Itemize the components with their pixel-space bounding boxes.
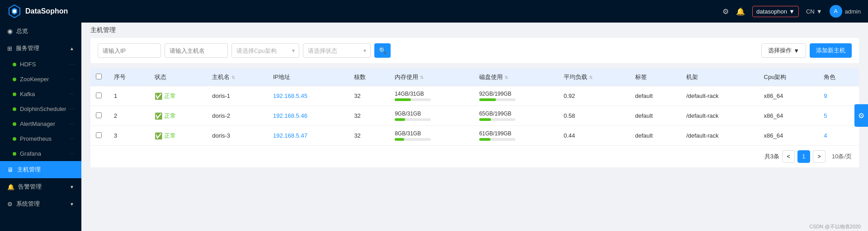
cell-seq: 1 — [108, 86, 149, 106]
prometheus-more-icon[interactable]: ⋯ — [70, 136, 74, 141]
next-page-button[interactable]: > — [813, 150, 826, 163]
row-checkbox[interactable] — [96, 112, 102, 118]
cell-hostname: doris-2 — [207, 106, 268, 126]
cell-load: 0.44 — [558, 126, 630, 146]
prev-page-button[interactable]: < — [782, 150, 795, 163]
sidebar-item-grafana[interactable]: Grafana ⋯ — [0, 146, 81, 161]
lang-selector[interactable]: CN ▼ — [806, 8, 822, 15]
th-hostname: 主机名 ⇅ — [207, 69, 268, 86]
sidebar-item-overview[interactable]: ◉ 总览 — [0, 23, 81, 40]
page-size: 10条/页 — [832, 152, 852, 161]
th-cpu-arch: Cpu架构 — [759, 69, 819, 86]
float-settings-button[interactable]: ⚙ — [854, 104, 868, 127]
sidebar-item-dolphin[interactable]: DolphinScheduler ⋯ — [0, 102, 81, 116]
bell-icon[interactable]: 🔔 — [736, 7, 745, 16]
avatar: A — [830, 5, 842, 18]
status-check-icon: ✅ — [155, 92, 162, 100]
sys-mgmt-arrow-icon: ▼ — [70, 202, 74, 207]
sidebar-item-prometheus[interactable]: Prometheus ⋯ — [0, 131, 81, 146]
host-mgmt-icon: 🖥 — [7, 166, 14, 173]
table-row: 3 ✅ 正常 doris-3 192.168.5.47 32 8GB/31GB … — [90, 126, 859, 146]
app-name: DataSophon — [25, 7, 68, 15]
search-button[interactable]: 🔍 — [374, 43, 391, 58]
th-roles: 角色 — [818, 69, 859, 86]
table-row: 2 ✅ 正常 doris-2 192.168.5.46 32 9GB/31GB … — [90, 106, 859, 126]
cell-seq: 3 — [108, 126, 149, 146]
cell-disk: 65GB/199GB — [474, 106, 558, 126]
page-1-button[interactable]: 1 — [797, 150, 810, 163]
cell-tag: default — [630, 126, 681, 146]
cell-ip[interactable]: 192.168.5.47 — [268, 126, 349, 146]
search-icon: 🔍 — [379, 47, 387, 54]
workspace-button[interactable]: datasophon ▼ — [752, 6, 799, 17]
cell-status: ✅ 正常 — [149, 86, 207, 106]
cpu-arch-select[interactable]: 请选择Cpu架构 — [231, 43, 299, 58]
cell-disk: 92GB/199GB — [474, 86, 558, 106]
kafka-status-dot — [13, 92, 16, 96]
cell-ip[interactable]: 192.168.5.46 — [268, 106, 349, 126]
zookeeper-more-icon[interactable]: ⋯ — [70, 77, 74, 82]
row-checkbox[interactable] — [96, 132, 102, 138]
sidebar-group-sys-mgmt[interactable]: ⚙ 系统管理 ▼ — [0, 195, 81, 213]
prometheus-status-dot — [13, 137, 16, 141]
th-rack: 机架 — [681, 69, 759, 86]
sidebar: ◉ 总览 ⊞ 服务管理 ▲ HDFS ⋯ ZooKeeper ⋯ Kafka ⋯ — [0, 23, 81, 231]
overview-icon: ◉ — [7, 28, 13, 35]
sidebar-group-service-mgmt[interactable]: ⊞ 服务管理 ▲ — [0, 40, 81, 57]
sidebar-item-zookeeper[interactable]: ZooKeeper ⋯ — [0, 72, 81, 87]
header: DataSophon ⚙ 🔔 datasophon ▼ CN ▼ A admin — [0, 0, 868, 23]
th-cores: 核数 — [349, 69, 389, 86]
pagination: 共3条 < 1 > 10条/页 — [90, 146, 859, 167]
sidebar-item-host-mgmt[interactable]: 🖥 主机管理 — [0, 161, 81, 178]
cell-roles[interactable]: 9 — [818, 86, 859, 106]
dolphin-more-icon[interactable]: ⋯ — [70, 106, 74, 111]
th-tag: 标签 — [630, 69, 681, 86]
add-host-button[interactable]: 添加新主机 — [810, 43, 852, 58]
cell-cpu-arch: x86_64 — [759, 126, 819, 146]
sidebar-item-alertmanager[interactable]: AlertManager ⋯ — [0, 116, 81, 131]
hdfs-more-icon[interactable]: ⋯ — [70, 62, 74, 67]
header-right: ⚙ 🔔 datasophon ▼ CN ▼ A admin — [722, 5, 861, 18]
settings-icon[interactable]: ⚙ — [722, 7, 729, 16]
cell-cpu-arch: x86_64 — [759, 106, 819, 126]
select-all-checkbox[interactable] — [96, 74, 102, 79]
cell-rack: /default-rack — [681, 86, 759, 106]
cpu-arch-select-wrap: 请选择Cpu架构 ▼ — [231, 43, 299, 58]
sidebar-item-hdfs[interactable]: HDFS ⋯ — [0, 57, 81, 72]
table-row: 1 ✅ 正常 doris-1 192.168.5.45 32 14GB/31GB… — [90, 86, 859, 106]
cell-load: 0.92 — [558, 86, 630, 106]
select-action-button[interactable]: 选择操作 ▼ — [761, 43, 806, 58]
svg-point-2 — [13, 9, 16, 13]
cell-ip[interactable]: 192.168.5.45 — [268, 86, 349, 106]
ip-input[interactable] — [98, 43, 161, 58]
cell-seq: 2 — [108, 106, 149, 126]
status-select-wrap: 请选择状态 ▼ — [303, 43, 371, 58]
select-action-arrow-icon: ▼ — [793, 47, 799, 54]
dolphin-status-dot — [13, 107, 16, 111]
user-menu[interactable]: A admin — [830, 5, 861, 18]
layout: ◉ 总览 ⊞ 服务管理 ▲ HDFS ⋯ ZooKeeper ⋯ Kafka ⋯ — [0, 23, 868, 231]
sidebar-group-alert-mgmt[interactable]: 🔔 告警管理 ▼ — [0, 178, 81, 195]
hostname-input[interactable] — [165, 43, 228, 58]
host-table-wrap: 序号 状态 主机名 ⇅ IP地址 核数 内存使用 ⇅ 磁盘使用 ⇅ 平均负载 ⇅… — [90, 69, 859, 167]
alertmanager-more-icon[interactable]: ⋯ — [70, 121, 74, 126]
cell-disk: 61GB/199GB — [474, 126, 558, 146]
kafka-more-icon[interactable]: ⋯ — [70, 92, 74, 97]
th-ip: IP地址 — [268, 69, 349, 86]
sidebar-item-kafka[interactable]: Kafka ⋯ — [0, 87, 81, 102]
logo-icon — [7, 4, 22, 18]
cell-mem: 14GB/31GB — [389, 86, 474, 106]
cell-roles[interactable]: 4 — [818, 126, 859, 146]
cell-cpu-arch: x86_64 — [759, 86, 819, 106]
cell-cores: 32 — [349, 126, 389, 146]
service-mgmt-arrow-icon: ▲ — [70, 46, 74, 51]
total-count: 共3条 — [764, 152, 779, 161]
status-select[interactable]: 请选择状态 — [303, 43, 371, 58]
toolbar: 请选择Cpu架构 ▼ 请选择状态 ▼ 🔍 选择操作 ▼ — [90, 38, 859, 63]
cell-roles[interactable]: 5 — [818, 106, 859, 126]
cell-hostname: doris-3 — [207, 126, 268, 146]
grafana-more-icon[interactable]: ⋯ — [70, 151, 74, 156]
zookeeper-status-dot — [13, 78, 16, 81]
th-disk: 磁盘使用 ⇅ — [474, 69, 558, 86]
row-checkbox[interactable] — [96, 92, 102, 98]
